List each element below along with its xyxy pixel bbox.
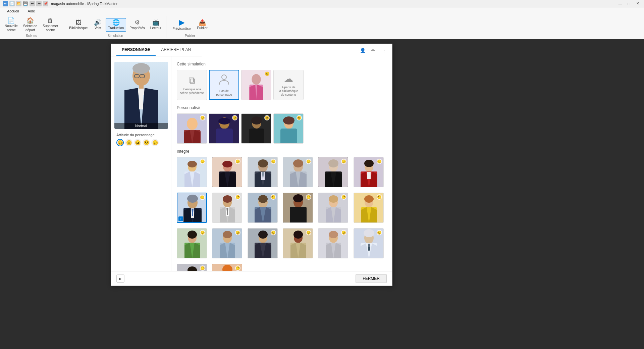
emotion-smile[interactable]: 🙂: [125, 139, 132, 146]
integre-person-1[interactable]: 🙂: [177, 157, 207, 187]
publish-buttons: ▶ Prévisualiser 📤 Publier: [170, 16, 209, 33]
svg-point-28: [283, 116, 294, 124]
svg-point-82: [364, 195, 374, 203]
integre-person-14[interactable]: 🙂: [212, 228, 242, 258]
library-icon: ☁: [284, 73, 293, 84]
user-action-button[interactable]: 👤: [359, 46, 367, 54]
play-button[interactable]: ▶: [116, 275, 124, 283]
close-button[interactable]: ✕: [634, 1, 641, 7]
integre-person-4[interactable]: 🙂: [283, 157, 313, 187]
ip9-emoji: 🙂: [271, 194, 276, 200]
close-dialog-button[interactable]: FERMER: [356, 274, 387, 283]
quick-access-toolbar: iS 📄 📂 💾 ↩ ↪ 📌: [3, 1, 48, 6]
integre-person-2[interactable]: 🙂: [212, 157, 242, 187]
integre-person-16[interactable]: 🙂: [283, 228, 313, 258]
dialog-header-actions: 👤 ✏ ⋮: [359, 46, 392, 54]
publish-button[interactable]: 📤 Publier: [195, 18, 209, 31]
person-animated-3[interactable]: 🙂: [241, 113, 271, 144]
integre-person-11[interactable]: 🙂: [318, 193, 348, 223]
edit-action-button[interactable]: ✏: [369, 46, 377, 54]
ribbon-tab-accueil[interactable]: Accueil: [3, 7, 23, 15]
integre-person-12[interactable]: 🙂: [354, 193, 384, 223]
no-character-label: Pas de personnage: [210, 89, 238, 97]
card-from-library[interactable]: ☁ A partir dela bibliothèquede contenu: [273, 70, 304, 100]
card-woman-pink[interactable]: 🙂: [241, 70, 271, 100]
person-animated-2[interactable]: 🙂: [209, 113, 239, 144]
svg-point-15: [187, 118, 198, 130]
emotion-neutral[interactable]: 😐: [134, 139, 141, 146]
emotion-angry[interactable]: 😠: [151, 139, 159, 146]
integre-person-20[interactable]: 🙂: [212, 264, 242, 271]
redo-icon[interactable]: ↪: [36, 1, 42, 6]
ip19-emoji: 🙂: [200, 265, 205, 271]
integre-person-8[interactable]: 🙂: [212, 193, 242, 223]
integre-person-15[interactable]: 🙂: [248, 228, 278, 258]
integre-person-10[interactable]: 🙂: [283, 193, 313, 223]
integre-person-9[interactable]: 🙂: [248, 193, 278, 223]
ribbon-tabs: Accueil Aide: [0, 7, 644, 15]
card-identical[interactable]: ⧉ Identique à lascène précédente: [177, 70, 207, 100]
properties-button[interactable]: ⚙ Propriétés: [127, 18, 147, 31]
ip4-emoji: 🙂: [306, 159, 311, 164]
svg-point-64: [223, 195, 232, 203]
identical-label: Identique à lascène précédente: [178, 88, 205, 95]
titlebar-left: iS 📄 📂 💾 ↩ ↪ 📌 magasin automobile - iSpr…: [3, 1, 118, 6]
integre-person-3[interactable]: 🙂: [248, 157, 278, 187]
svg-rect-109: [368, 247, 370, 250]
svg-point-78: [329, 195, 338, 203]
integre-person-18[interactable]: 🙂: [354, 228, 384, 258]
right-panel: Cette simulation ⧉ Identique à lascène p…: [171, 56, 392, 271]
open-icon[interactable]: 📂: [16, 1, 21, 6]
integre-person-13[interactable]: 🙂: [177, 228, 207, 258]
start-scene-button[interactable]: 🏠 Scène dedépart: [21, 16, 39, 33]
integre-person-17[interactable]: 🙂: [318, 228, 348, 258]
person-animated-4[interactable]: 🙂: [273, 113, 304, 144]
save-icon[interactable]: 💾: [23, 1, 28, 6]
translation-button[interactable]: 🌐 Traduction: [106, 18, 126, 32]
properties-label: Propriétés: [129, 26, 145, 30]
dialog-footer: ▶ FERMER: [111, 271, 392, 286]
pin-icon[interactable]: 📌: [43, 1, 48, 6]
tab-personnage[interactable]: PERSONNAGE: [116, 44, 156, 56]
animated2-emoji: 🙂: [232, 115, 237, 120]
player-button[interactable]: 📺 Lecteur: [148, 18, 163, 31]
ip20-emoji: 🙂: [235, 265, 240, 271]
integre-grid-row2: 🙂 ✓ 🙂: [177, 193, 387, 223]
start-scene-icon: 🏠: [26, 17, 34, 23]
new-scene-icon: 📄: [7, 17, 15, 23]
preview-button[interactable]: ▶ Prévisualiser: [170, 18, 194, 32]
publish-icon: 📤: [199, 19, 206, 26]
more-action-button[interactable]: ⋮: [380, 46, 388, 54]
emotion-sad[interactable]: 😟: [143, 139, 150, 146]
new-icon[interactable]: 📄: [9, 1, 15, 6]
new-scene-button[interactable]: 📄 Nouvellescène: [3, 16, 20, 33]
animated3-emoji: 🙂: [264, 115, 270, 120]
library-button[interactable]: 🖼 Bibliothèque: [67, 18, 90, 31]
ribbon-group-tools: 🖼 Bibliothèque 🔊 Voix 🌐 Traduction ⚙ Pro…: [67, 16, 166, 38]
svg-point-86: [187, 231, 197, 239]
woman-pink-emoji: 🙂: [265, 71, 270, 76]
card-no-character[interactable]: Pas de personnage: [209, 70, 239, 100]
maximize-button[interactable]: □: [625, 1, 633, 7]
ribbon-content: 📄 Nouvellescène 🏠 Scène dedépart 🗑 Suppr…: [0, 15, 644, 39]
integre-person-5[interactable]: 🙂: [318, 157, 348, 187]
person-animated-1[interactable]: 🙂: [177, 113, 207, 144]
svg-point-10: [222, 75, 226, 80]
integre-person-7[interactable]: 🙂 ✓: [177, 193, 207, 223]
emotion-happy[interactable]: 😊: [116, 139, 124, 146]
undo-icon[interactable]: ↩: [30, 1, 35, 6]
ip8-emoji: 🙂: [235, 194, 240, 200]
cette-simulation-grid: ⧉ Identique à lascène précédente Pas de …: [177, 70, 387, 100]
ip10-emoji: 🙂: [306, 194, 311, 200]
integre-person-6[interactable]: 🙂: [354, 157, 384, 187]
svg-point-74: [293, 194, 303, 202]
svg-rect-55: [367, 172, 371, 179]
integre-person-19[interactable]: 🙂: [177, 264, 207, 271]
ribbon-tab-aide[interactable]: Aide: [23, 7, 39, 15]
dialog-tabs: PERSONNAGE ARRIERE-PLAN: [111, 44, 202, 56]
voice-button[interactable]: 🔊 Voix: [91, 18, 104, 31]
character-dialog: PERSONNAGE ARRIERE-PLAN 👤 ✏ ⋮: [111, 44, 392, 286]
tab-arriere-plan[interactable]: ARRIERE-PLAN: [156, 44, 196, 56]
delete-scene-button[interactable]: 🗑 Supprimerscène: [41, 16, 60, 33]
minimize-button[interactable]: —: [616, 1, 624, 7]
